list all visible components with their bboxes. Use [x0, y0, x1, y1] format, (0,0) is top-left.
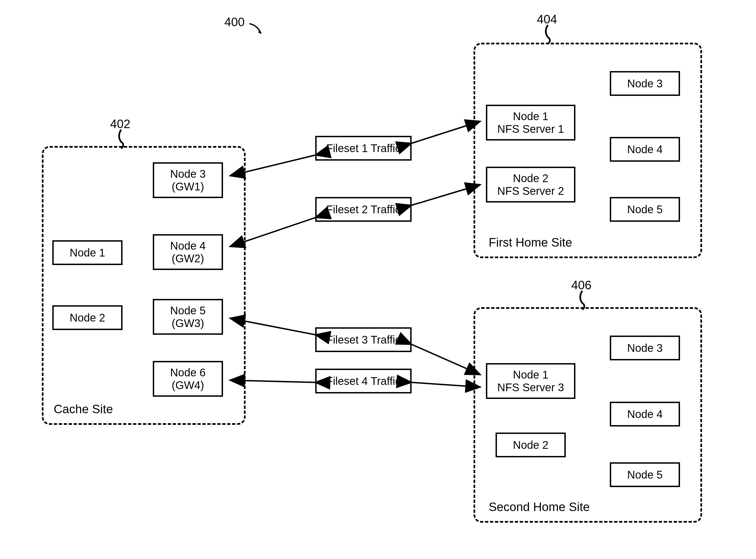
arrow-400	[248, 22, 264, 39]
node-label-line1: Node 5	[170, 305, 206, 317]
node-cache-3-gw1: Node 3 (GW1)	[153, 162, 223, 198]
node-cache-4-gw2: Node 4 (GW2)	[153, 234, 223, 270]
node-home2-3: Node 3	[610, 336, 680, 360]
node-label-line2: (GW1)	[172, 180, 204, 193]
node-label: Node 4	[627, 143, 663, 156]
node-label-line2: NFS Server 3	[497, 381, 564, 394]
first-home-site-label: First Home Site	[489, 236, 572, 249]
node-cache-1: Node 1	[52, 240, 122, 265]
node-home2-1-nfs3: Node 1 NFS Server 3	[486, 363, 575, 399]
traffic-label: Fileset 1 Traffic	[326, 142, 401, 155]
ref-400: 400	[225, 15, 244, 29]
node-label-line1: Node 1	[513, 368, 548, 381]
node-cache-6-gw4: Node 6 (GW4)	[153, 361, 223, 397]
node-home2-5: Node 5	[610, 462, 680, 487]
node-label-line1: Node 4	[170, 240, 206, 252]
node-home1-4: Node 4	[610, 137, 680, 162]
traffic-label: Fileset 2 Traffic	[326, 203, 401, 216]
node-home1-2-nfs2: Node 2 NFS Server 2	[486, 167, 575, 202]
node-label-line1: Node 2	[513, 172, 548, 184]
node-label: Node 2	[513, 439, 548, 451]
second-home-site-label: Second Home Site	[489, 500, 590, 514]
svg-line-6	[411, 344, 480, 375]
node-label-line2: NFS Server 1	[497, 123, 564, 135]
node-label-line1: Node 6	[170, 366, 206, 379]
node-home1-5: Node 5	[610, 197, 680, 222]
svg-line-8	[411, 382, 480, 387]
node-label: Node 2	[70, 311, 105, 324]
fileset1-traffic: Fileset 1 Traffic	[315, 136, 411, 161]
ref-406: 406	[571, 278, 591, 292]
node-label-line2: (GW3)	[172, 317, 204, 329]
svg-line-2	[411, 121, 480, 143]
svg-line-4	[411, 185, 480, 205]
fileset2-traffic: Fileset 2 Traffic	[315, 197, 411, 222]
node-label-line2: NFS Server 2	[497, 185, 564, 197]
node-label-line1: Node 3	[170, 168, 206, 180]
node-home1-3: Node 3	[610, 71, 680, 96]
ref-404: 404	[537, 13, 557, 26]
node-label: Node 1	[70, 246, 105, 259]
node-label: Node 5	[627, 468, 663, 481]
node-label-line2: (GW2)	[172, 252, 204, 265]
node-home2-4: Node 4	[610, 402, 680, 426]
node-home2-2: Node 2	[496, 432, 566, 457]
node-cache-5-gw3: Node 5 (GW3)	[153, 299, 223, 335]
node-label: Node 3	[627, 77, 663, 90]
fileset4-traffic: Fileset 4 Traffic	[315, 368, 411, 394]
node-label: Node 4	[627, 408, 663, 420]
node-label: Node 5	[627, 203, 663, 216]
cache-site-label: Cache Site	[54, 402, 113, 416]
tick-404	[542, 25, 553, 44]
node-home1-1-nfs1: Node 1 NFS Server 1	[486, 105, 575, 140]
fileset3-traffic: Fileset 3 Traffic	[315, 327, 411, 352]
node-label: Node 3	[627, 342, 663, 354]
node-label-line2: (GW4)	[172, 379, 204, 391]
node-cache-2: Node 2	[52, 305, 122, 330]
node-label-line1: Node 1	[513, 110, 548, 122]
ref-402: 402	[110, 117, 130, 131]
traffic-label: Fileset 3 Traffic	[326, 333, 401, 346]
traffic-label: Fileset 4 Traffic	[326, 375, 401, 387]
